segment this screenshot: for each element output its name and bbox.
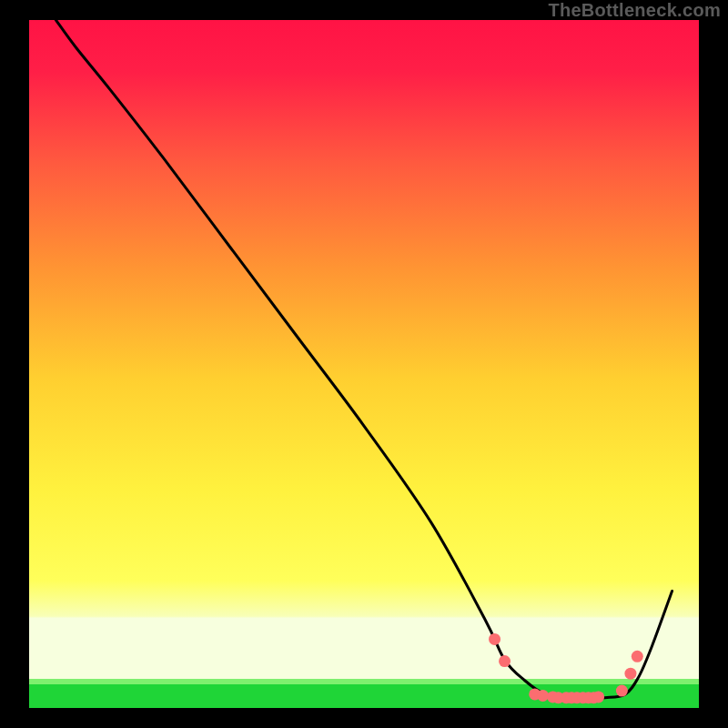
curve-marker — [632, 651, 643, 662]
curve-marker — [592, 691, 604, 703]
curve-marker — [616, 685, 628, 697]
attribution-text: TheBottleneck.com — [548, 0, 721, 21]
bottleneck-chart — [0, 0, 728, 728]
cream-band — [29, 672, 699, 679]
curve-marker — [499, 655, 511, 667]
curve-marker — [537, 690, 549, 702]
curve-marker — [624, 668, 636, 680]
curve-marker — [489, 633, 500, 645]
green-band-edge — [29, 679, 699, 684]
chart-stage: TheBottleneck.com — [0, 0, 728, 728]
plot-area — [29, 20, 699, 708]
gradient-background — [29, 20, 699, 672]
